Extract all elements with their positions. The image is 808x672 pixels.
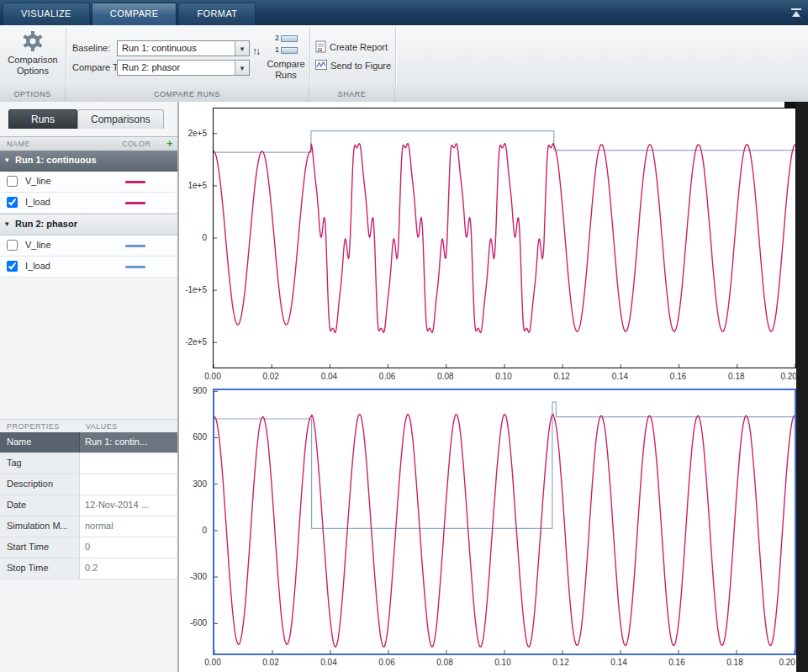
compare-runs-icon-top-number: 2 (274, 33, 279, 44)
add-plus-icon[interactable]: + (166, 137, 173, 150)
compare-runs-label: Compare Runs (267, 59, 304, 80)
property-key: Start Time (0, 537, 80, 558)
tab-comparisons[interactable]: Comparisons (77, 109, 164, 129)
minimize-ribbon-icon[interactable] (790, 7, 802, 18)
tab-format[interactable]: FORMAT (178, 3, 256, 25)
properties-header: PROPERTIES VALUES (0, 419, 177, 433)
simulation-data-inspector-window: VISUALIZE COMPARE FORMAT (0, 0, 808, 672)
section-label-share: SHARE (309, 87, 395, 102)
property-value: 0 (80, 537, 177, 558)
property-row-simulation-mode: Simulation M... normal (0, 516, 177, 537)
swap-arrows-icon[interactable]: ↑↓ (252, 45, 259, 57)
chart1-x-axis-labels: 0.000.020.040.060.080.100.120.140.160.18… (213, 372, 796, 383)
signal-checkbox[interactable] (7, 176, 18, 187)
signal-name: V_line (25, 176, 51, 186)
compare-runs-button[interactable]: 2 1 Compare Runs (264, 29, 308, 84)
run-group-label: Run 1: continuous (15, 155, 97, 165)
comparison-options-button[interactable]: Comparison Options (4, 29, 61, 84)
plot-area-scroll-strip[interactable] (796, 102, 808, 672)
plot-area: 2e+51e+50-1e+5-2e+5 0.000.020.040.060.08… (179, 102, 808, 672)
create-report-icon (315, 40, 326, 55)
create-report-button[interactable]: Create Report (315, 40, 388, 55)
property-key: Description (0, 474, 80, 495)
property-value (80, 453, 177, 474)
run-group-header-run2[interactable]: ▾ Run 2: phasor (0, 214, 177, 235)
compare-runs-icon-bar (281, 47, 298, 54)
property-value: 0.2 (80, 558, 177, 579)
signal-checkbox[interactable] (7, 240, 18, 251)
signal-list: ▾ Run 1: continuous V_line I_load ▾ Run … (0, 151, 177, 278)
color-swatch[interactable] (125, 245, 145, 247)
signal-row-vline-run2[interactable]: V_line (0, 235, 177, 257)
create-report-label: Create Report (330, 42, 388, 52)
signal-name: I_load (25, 197, 50, 207)
compare-runs-icon-bottom-number: 1 (274, 45, 279, 56)
property-row-description: Description (0, 474, 177, 495)
gear-icon (22, 30, 44, 52)
property-key: Stop Time (0, 558, 80, 579)
property-key: Tag (0, 453, 80, 474)
color-swatch[interactable] (125, 202, 145, 204)
signal-row-iload-run1[interactable]: I_load (0, 193, 177, 214)
comparison-options-label: Comparison Options (8, 55, 57, 76)
column-header-color: COLOR (122, 140, 151, 148)
compare-runs-icon-bar (281, 35, 298, 42)
color-swatch[interactable] (125, 266, 145, 268)
properties-table: Name Run 1: contin... Tag Description Da… (0, 432, 177, 579)
signal-list-header: NAME COLOR + (0, 136, 177, 151)
expand-triangle-icon[interactable]: ▾ (5, 220, 9, 228)
section-label-compare-runs: COMPARE RUNS (66, 87, 309, 102)
chevron-down-icon[interactable]: ▾ (235, 61, 249, 75)
toolstrip-tab-bar: VISUALIZE COMPARE FORMAT (0, 0, 808, 25)
property-key: Date (0, 495, 80, 516)
run-group-label: Run 2: phasor (15, 219, 77, 229)
property-value: Run 1: contin... (80, 432, 177, 452)
column-header-name: NAME (7, 140, 30, 148)
tab-compare[interactable]: COMPARE (92, 3, 177, 25)
signal-checkbox[interactable] (7, 261, 18, 272)
ribbon-divider (395, 28, 397, 85)
property-value: 12-Nov-2014 ... (80, 495, 177, 516)
ribbon-divider (66, 28, 67, 85)
chart1-y-axis-labels: 2e+51e+50-1e+5-2e+5 (179, 108, 209, 368)
color-swatch[interactable] (125, 181, 145, 183)
baseline-selected-value: Run 1: continuous (118, 41, 235, 56)
property-row-name[interactable]: Name Run 1: contin... (0, 432, 177, 453)
signal-row-iload-run2[interactable]: I_load (0, 257, 177, 278)
tab-visualize[interactable]: VISUALIZE (3, 3, 90, 25)
property-row-start-time: Start Time 0 (0, 537, 177, 558)
ribbon-section-row: OPTIONS COMPARE RUNS SHARE (0, 87, 808, 103)
send-to-figure-icon (315, 60, 327, 71)
sidebar: Runs Comparisons NAME COLOR + ▾ Run 1: c… (0, 102, 179, 672)
property-key: Simulation M... (0, 516, 80, 537)
signal-row-vline-run1[interactable]: V_line (0, 172, 177, 193)
chart1-voltage-subplot[interactable] (213, 108, 796, 368)
property-value: normal (80, 516, 177, 537)
expand-triangle-icon[interactable]: ▾ (5, 156, 9, 164)
properties-column-header: PROPERTIES (7, 422, 60, 431)
send-to-figure-button[interactable]: Send to Figure (315, 58, 391, 73)
ribbon-divider (309, 28, 311, 85)
compare-to-selected-value: Run 2: phasor (118, 61, 235, 75)
signal-checkbox[interactable] (7, 197, 18, 208)
chart2-current-subplot-selected[interactable] (213, 389, 796, 655)
compare-runs-icon: 2 1 (272, 33, 300, 56)
chevron-down-icon[interactable]: ▾ (235, 41, 249, 56)
signal-name: I_load (25, 261, 50, 271)
compare-to-dropdown[interactable]: Run 2: phasor ▾ (117, 60, 250, 76)
tab-runs[interactable]: Runs (8, 109, 77, 129)
property-value (80, 474, 177, 495)
values-column-header: VALUES (86, 422, 118, 431)
signal-name: V_line (25, 240, 51, 250)
property-key: Name (0, 432, 80, 452)
property-row-date: Date 12-Nov-2014 ... (0, 495, 177, 516)
baseline-label: Baseline: (72, 43, 110, 53)
property-row-tag: Tag (0, 453, 177, 474)
baseline-dropdown[interactable]: Run 1: continuous ▾ (117, 40, 250, 56)
send-to-figure-label: Send to Figure (330, 61, 391, 71)
chart2-y-axis-labels: 9006003000-300-600 (179, 390, 209, 653)
chart2-x-axis-labels: 0.000.020.040.060.080.100.120.140.160.18… (213, 658, 796, 669)
run-group-header-run1[interactable]: ▾ Run 1: continuous (0, 151, 177, 172)
ribbon: Comparison Options Baseline: Run 1: cont… (0, 25, 808, 87)
sidebar-tabs: Runs Comparisons (8, 109, 164, 129)
